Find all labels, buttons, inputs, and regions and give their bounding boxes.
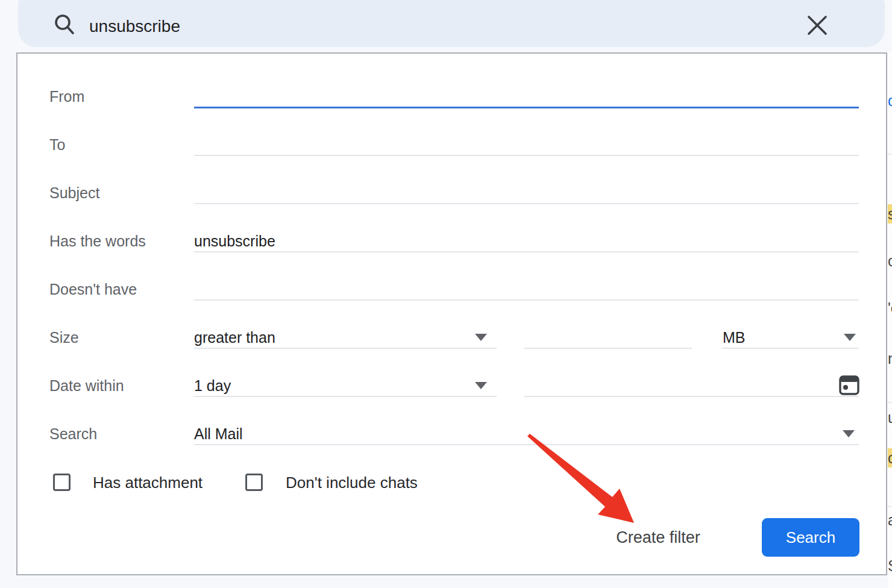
clipped-background-text: d [888,92,892,109]
clipped-background-text: u [888,409,892,426]
size-unit-underline [722,348,859,349]
create-filter-button[interactable]: Create filter [607,521,709,554]
size-operator-underline [194,348,497,349]
doesnt-have-underline[interactable] [194,299,859,301]
subject-label: Subject [49,182,99,204]
chevron-down-icon[interactable] [475,382,487,389]
scope-label: Search [49,423,97,445]
to-underline[interactable] [194,155,859,156]
clear-search-button[interactable] [805,13,830,38]
close-icon [805,13,830,38]
date-range-underline [194,396,497,397]
has-words-label: Has the words [49,230,146,252]
clipped-background-text: S [888,557,892,574]
search-filter-panel: From To Subject Has the words unsubscrib… [16,52,887,575]
size-label: Size [49,327,79,348]
chevron-down-icon[interactable] [475,334,487,341]
has-words-underline[interactable] [194,251,859,252]
gmail-search-filter-page: unsubscribe From To Subject Has the word… [0,0,892,588]
clipped-background-text: c [888,252,892,269]
scope-underline [194,444,859,445]
dont-include-chats-checkbox[interactable] [245,474,263,491]
clipped-background-text: 'c [888,299,892,316]
calendar-icon[interactable] [839,374,859,396]
has-attachment-checkbox[interactable] [53,474,71,491]
date-underline[interactable] [524,396,859,397]
size-operator-select[interactable]: greater than [194,327,275,348]
chevron-down-icon[interactable] [844,334,856,341]
date-range-select[interactable]: 1 day [194,375,231,396]
from-label: From [49,86,84,107]
search-bar[interactable]: unsubscribe [18,0,885,47]
search-icon[interactable] [53,13,76,36]
to-label: To [49,134,65,155]
doesnt-have-label: Doesn't have [49,278,137,300]
scope-select[interactable]: All Mail [194,423,243,445]
size-amount-underline[interactable] [524,348,692,349]
clipped-background-text: a [888,511,892,528]
clipped-background-text: o [888,448,892,468]
search-input[interactable]: unsubscribe [89,14,180,39]
chevron-down-icon[interactable] [843,430,855,437]
date-within-label: Date within [49,375,124,396]
clipped-background-text: s [888,204,892,224]
from-underline[interactable] [194,107,859,108]
has-words-input[interactable]: unsubscribe [194,230,275,252]
search-button[interactable]: Search [762,518,859,557]
has-attachment-label: Has attachment [93,472,203,493]
background-email-list-edge: dsc'cnuoaS [888,52,892,588]
size-unit-select[interactable]: MB [723,327,746,348]
subject-underline[interactable] [194,203,859,204]
dont-include-chats-label: Don't include chats [286,472,418,493]
clipped-background-text: n [888,350,892,367]
